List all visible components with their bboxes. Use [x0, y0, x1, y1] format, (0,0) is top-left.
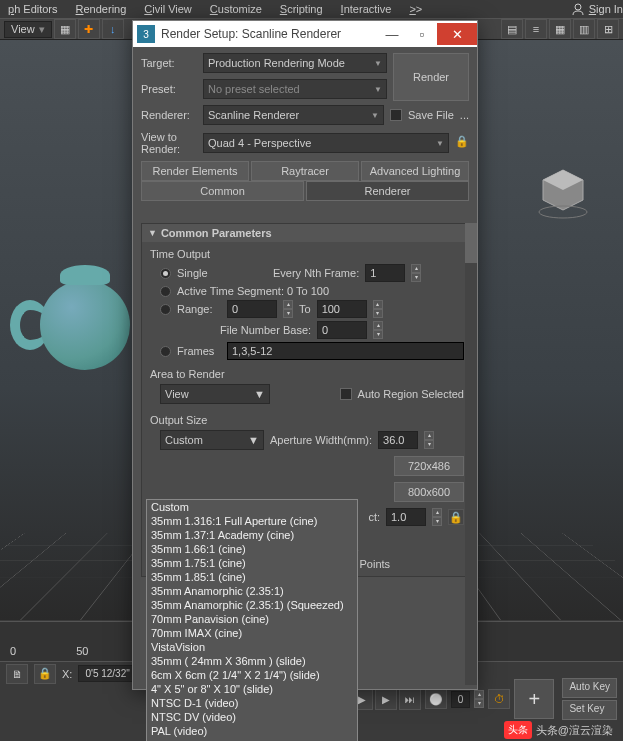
- toolbar-icon[interactable]: ▤: [501, 19, 523, 39]
- menu-scripting[interactable]: Scripting: [280, 3, 323, 15]
- dropdown-item[interactable]: 35mm 1.85:1 (cine): [147, 570, 357, 584]
- toolbar-icon[interactable]: ✚: [78, 19, 100, 39]
- menu-interactive[interactable]: Interactive: [341, 3, 392, 15]
- frames-input[interactable]: [227, 342, 464, 360]
- aperture-input[interactable]: 36.0: [378, 431, 418, 449]
- toolbar-icon[interactable]: ▦: [54, 19, 76, 39]
- radio-range[interactable]: [160, 304, 171, 315]
- dropdown-item[interactable]: 35mm Anamorphic (2.35:1) (Squeezed): [147, 598, 357, 612]
- maximize-button[interactable]: ▫: [407, 23, 437, 45]
- menu-civilview[interactable]: Civil View: [144, 3, 191, 15]
- output-size-dropdown[interactable]: Custom▼: [160, 430, 264, 450]
- goto-end-button[interactable]: ⏭: [399, 688, 421, 710]
- x-label: X:: [62, 668, 72, 680]
- menu-editors[interactable]: ph Editors: [8, 3, 58, 15]
- range-from-input[interactable]: 0: [227, 300, 277, 318]
- tab-renderer[interactable]: Renderer: [306, 181, 469, 201]
- tab-advanced-lighting[interactable]: Advanced Lighting: [361, 161, 469, 181]
- menu-customize[interactable]: Customize: [210, 3, 262, 15]
- area-to-render-dropdown[interactable]: View▼: [160, 384, 270, 404]
- browse-button[interactable]: ...: [460, 109, 469, 121]
- title-bar[interactable]: 3 Render Setup: Scanline Renderer — ▫ ✕: [133, 21, 477, 47]
- tab-raytracer[interactable]: Raytracer: [251, 161, 359, 181]
- preset-720x486-button[interactable]: 720x486: [394, 456, 464, 476]
- renderer-dropdown[interactable]: Scanline Renderer▼: [203, 105, 384, 125]
- file-number-base-input[interactable]: 0: [317, 321, 367, 339]
- toolbar-icon[interactable]: ⊞: [597, 19, 619, 39]
- auto-key-button[interactable]: Auto Key: [562, 678, 617, 698]
- pixel-aspect-input[interactable]: 1.0: [386, 508, 426, 526]
- close-button[interactable]: ✕: [437, 23, 477, 45]
- dropdown-item[interactable]: 35mm Anamorphic (2.35:1): [147, 584, 357, 598]
- spinner[interactable]: ▴▾: [411, 264, 421, 282]
- window-title: Render Setup: Scanline Renderer: [161, 27, 341, 41]
- toolbar-icon[interactable]: ▦: [549, 19, 571, 39]
- minimize-button[interactable]: —: [377, 23, 407, 45]
- lock-icon[interactable]: 🔒: [455, 135, 469, 151]
- dropdown-item[interactable]: 35mm ( 24mm X 36mm ) (slide): [147, 654, 357, 668]
- set-key-button[interactable]: Set Key: [562, 700, 617, 720]
- dropdown-item[interactable]: PAL (video): [147, 724, 357, 738]
- view-to-render-dropdown[interactable]: Quad 4 - Perspective▼: [203, 133, 449, 153]
- dropdown-item[interactable]: 35mm 1.37:1 Academy (cine): [147, 528, 357, 542]
- add-key-button[interactable]: +: [514, 679, 554, 719]
- toolbar-icon[interactable]: ↓: [102, 19, 124, 39]
- radio-active-segment[interactable]: [160, 286, 171, 297]
- range-to-input[interactable]: 100: [317, 300, 367, 318]
- spinner[interactable]: ▴▾: [474, 690, 484, 708]
- section-header-common-params[interactable]: ▼Common Parameters: [142, 224, 472, 242]
- app-icon: 3: [137, 25, 155, 43]
- frame-input[interactable]: 0: [451, 691, 471, 708]
- toolbar-icon[interactable]: ≡: [525, 19, 547, 39]
- scrollbar[interactable]: [465, 223, 477, 685]
- dropdown-item[interactable]: 70mm Panavision (cine): [147, 612, 357, 626]
- spinner[interactable]: ▴▾: [432, 508, 442, 526]
- dropdown-item[interactable]: 70mm IMAX (cine): [147, 626, 357, 640]
- time-output-label: Time Output: [150, 248, 464, 260]
- target-dropdown[interactable]: Production Rendering Mode▼: [203, 53, 387, 73]
- dropdown-item[interactable]: NTSC D-1 (video): [147, 696, 357, 710]
- time-config-icon[interactable]: ⏱: [488, 689, 510, 709]
- x-coord-input[interactable]: 0'5 12/32": [78, 665, 136, 682]
- lock-icon[interactable]: 🔒: [34, 664, 56, 684]
- dropdown-item[interactable]: 35mm 1.66:1 (cine): [147, 542, 357, 556]
- preset-dropdown[interactable]: No preset selected▼: [203, 79, 387, 99]
- single-label: Single: [177, 267, 267, 279]
- auto-region-label: Auto Region Selected: [358, 388, 464, 400]
- dropdown-item[interactable]: 6cm X 6cm (2 1/4" X 2 1/4") (slide): [147, 668, 357, 682]
- radio-single[interactable]: [160, 268, 171, 279]
- dropdown-item[interactable]: 4" X 5" or 8" X 10" (slide): [147, 682, 357, 696]
- dropdown-item[interactable]: 35mm 1.316:1 Full Aperture (cine): [147, 514, 357, 528]
- sign-in-button[interactable]: Sign In: [571, 2, 623, 16]
- tab-render-elements[interactable]: Render Elements: [141, 161, 249, 181]
- save-file-label: Save File: [408, 109, 454, 121]
- dropdown-item[interactable]: 35mm 1.75:1 (cine): [147, 556, 357, 570]
- every-nth-label: Every Nth Frame:: [273, 267, 359, 279]
- spinner[interactable]: ▴▾: [424, 431, 434, 449]
- spinner[interactable]: ▴▾: [283, 300, 293, 318]
- auto-region-checkbox[interactable]: [340, 388, 352, 400]
- dropdown-item[interactable]: VistaVision: [147, 640, 357, 654]
- spinner[interactable]: ▴▾: [373, 321, 383, 339]
- script-icon[interactable]: 🗎: [6, 664, 28, 684]
- menu-rendering[interactable]: Rendering: [76, 3, 127, 15]
- active-segment-label: Active Time Segment: 0 To 100: [177, 285, 329, 297]
- target-label: Target:: [141, 57, 197, 69]
- spinner[interactable]: ▴▾: [373, 300, 383, 318]
- preset-800x600-button[interactable]: 800x600: [394, 482, 464, 502]
- view-cube[interactable]: [533, 160, 593, 220]
- output-size-dropdown-list[interactable]: Custom 35mm 1.316:1 Full Aperture (cine)…: [146, 499, 358, 741]
- view-selector[interactable]: View▾: [4, 21, 52, 38]
- render-button[interactable]: Render: [393, 53, 469, 101]
- toolbar-icon[interactable]: ▥: [573, 19, 595, 39]
- key-mode-icon[interactable]: ⚪: [425, 689, 447, 709]
- radio-frames[interactable]: [160, 346, 171, 357]
- lock-aspect-icon[interactable]: 🔒: [448, 509, 464, 525]
- every-nth-input[interactable]: 1: [365, 264, 405, 282]
- dropdown-item[interactable]: NTSC DV (video): [147, 710, 357, 724]
- save-file-checkbox[interactable]: [390, 109, 402, 121]
- dropdown-item[interactable]: Custom: [147, 500, 357, 514]
- next-frame-button[interactable]: ▶: [375, 688, 397, 710]
- tab-common[interactable]: Common: [141, 181, 304, 201]
- teapot-object[interactable]: [20, 190, 140, 370]
